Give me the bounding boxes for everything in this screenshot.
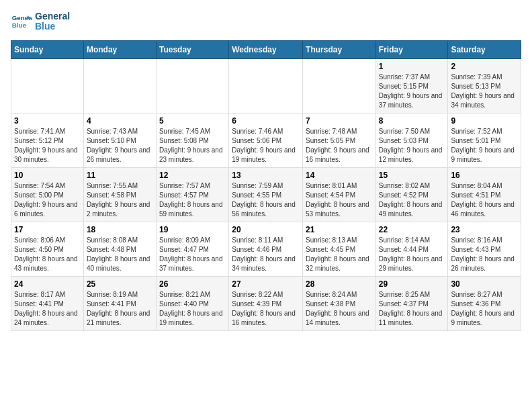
day-info: Sunrise: 8:02 AMSunset: 4:52 PMDaylight:… bbox=[379, 181, 445, 219]
day-info: Sunrise: 7:54 AMSunset: 5:00 PMDaylight:… bbox=[14, 181, 81, 219]
weekday-header: Tuesday bbox=[156, 41, 228, 59]
calendar-cell: 5Sunrise: 7:45 AMSunset: 5:08 PMDaylight… bbox=[156, 113, 228, 168]
day-number: 20 bbox=[232, 225, 300, 234]
svg-text:Blue: Blue bbox=[12, 21, 27, 29]
day-info: Sunrise: 7:48 AMSunset: 5:05 PMDaylight:… bbox=[306, 127, 373, 165]
calendar-cell bbox=[156, 59, 228, 113]
day-number: 2 bbox=[451, 62, 518, 71]
calendar-cell: 14Sunrise: 8:01 AMSunset: 4:54 PMDayligh… bbox=[303, 168, 376, 222]
calendar-cell: 7Sunrise: 7:48 AMSunset: 5:05 PMDaylight… bbox=[303, 113, 376, 168]
calendar-cell: 2Sunrise: 7:39 AMSunset: 5:13 PMDaylight… bbox=[448, 59, 521, 113]
logo-text-line2: Blue bbox=[35, 21, 70, 32]
day-number: 11 bbox=[87, 171, 153, 180]
weekday-header: Saturday bbox=[448, 41, 521, 59]
day-info: Sunrise: 7:37 AMSunset: 5:15 PMDaylight:… bbox=[379, 73, 445, 110]
calendar-cell: 20Sunrise: 8:11 AMSunset: 4:46 PMDayligh… bbox=[229, 222, 303, 277]
day-number: 30 bbox=[451, 279, 518, 289]
day-number: 14 bbox=[306, 171, 373, 180]
day-info: Sunrise: 7:57 AMSunset: 4:57 PMDaylight:… bbox=[159, 181, 226, 219]
logo: General Blue General Blue bbox=[11, 11, 70, 32]
day-info: Sunrise: 8:14 AMSunset: 4:44 PMDaylight:… bbox=[379, 236, 445, 273]
day-number: 3 bbox=[14, 116, 81, 126]
calendar-cell: 13Sunrise: 7:59 AMSunset: 4:55 PMDayligh… bbox=[229, 168, 303, 222]
day-info: Sunrise: 8:27 AMSunset: 4:36 PMDaylight:… bbox=[451, 290, 518, 328]
day-info: Sunrise: 7:50 AMSunset: 5:03 PMDaylight:… bbox=[379, 127, 445, 165]
day-number: 1 bbox=[379, 62, 445, 71]
calendar-cell: 8Sunrise: 7:50 AMSunset: 5:03 PMDaylight… bbox=[375, 113, 448, 168]
calendar-cell bbox=[11, 59, 84, 113]
day-info: Sunrise: 7:43 AMSunset: 5:10 PMDaylight:… bbox=[87, 127, 153, 165]
calendar-cell: 27Sunrise: 8:22 AMSunset: 4:39 PMDayligh… bbox=[229, 277, 303, 331]
day-info: Sunrise: 8:22 AMSunset: 4:39 PMDaylight:… bbox=[232, 290, 300, 328]
calendar-cell bbox=[303, 59, 376, 113]
calendar-cell: 18Sunrise: 8:08 AMSunset: 4:48 PMDayligh… bbox=[83, 222, 156, 277]
day-number: 24 bbox=[14, 279, 81, 289]
logo-icon: General Blue bbox=[11, 11, 32, 32]
day-number: 26 bbox=[159, 279, 226, 289]
day-number: 5 bbox=[159, 116, 226, 126]
calendar-cell: 30Sunrise: 8:27 AMSunset: 4:36 PMDayligh… bbox=[448, 277, 521, 331]
day-info: Sunrise: 8:08 AMSunset: 4:48 PMDaylight:… bbox=[87, 236, 153, 273]
day-info: Sunrise: 8:19 AMSunset: 4:41 PMDaylight:… bbox=[87, 290, 153, 328]
calendar-cell: 3Sunrise: 7:41 AMSunset: 5:12 PMDaylight… bbox=[11, 113, 84, 168]
calendar-cell bbox=[229, 59, 303, 113]
day-number: 10 bbox=[14, 171, 81, 180]
day-number: 21 bbox=[306, 225, 373, 234]
day-info: Sunrise: 8:06 AMSunset: 4:50 PMDaylight:… bbox=[14, 236, 81, 273]
day-number: 13 bbox=[232, 171, 300, 180]
calendar-cell: 9Sunrise: 7:52 AMSunset: 5:01 PMDaylight… bbox=[448, 113, 521, 168]
calendar-cell: 6Sunrise: 7:46 AMSunset: 5:06 PMDaylight… bbox=[229, 113, 303, 168]
logo-text-line1: General bbox=[35, 11, 70, 21]
day-info: Sunrise: 8:24 AMSunset: 4:38 PMDaylight:… bbox=[306, 290, 373, 328]
calendar-week-row: 24Sunrise: 8:17 AMSunset: 4:41 PMDayligh… bbox=[11, 277, 521, 331]
calendar-cell: 1Sunrise: 7:37 AMSunset: 5:15 PMDaylight… bbox=[375, 59, 448, 113]
calendar-cell: 25Sunrise: 8:19 AMSunset: 4:41 PMDayligh… bbox=[83, 277, 156, 331]
day-info: Sunrise: 7:45 AMSunset: 5:08 PMDaylight:… bbox=[159, 127, 226, 165]
calendar-week-row: 1Sunrise: 7:37 AMSunset: 5:15 PMDaylight… bbox=[11, 59, 521, 113]
day-info: Sunrise: 7:59 AMSunset: 4:55 PMDaylight:… bbox=[232, 181, 300, 219]
day-number: 9 bbox=[451, 116, 518, 126]
day-number: 25 bbox=[87, 279, 153, 289]
day-info: Sunrise: 8:01 AMSunset: 4:54 PMDaylight:… bbox=[306, 181, 373, 219]
calendar-table: SundayMondayTuesdayWednesdayThursdayFrid… bbox=[11, 40, 521, 331]
day-number: 19 bbox=[159, 225, 226, 234]
day-info: Sunrise: 7:39 AMSunset: 5:13 PMDaylight:… bbox=[451, 73, 518, 110]
calendar-cell: 19Sunrise: 8:09 AMSunset: 4:47 PMDayligh… bbox=[156, 222, 228, 277]
day-info: Sunrise: 8:11 AMSunset: 4:46 PMDaylight:… bbox=[232, 236, 300, 273]
calendar-week-row: 17Sunrise: 8:06 AMSunset: 4:50 PMDayligh… bbox=[11, 222, 521, 277]
day-number: 15 bbox=[379, 171, 445, 180]
weekday-header: Monday bbox=[83, 41, 156, 59]
day-number: 18 bbox=[87, 225, 153, 234]
calendar-cell: 24Sunrise: 8:17 AMSunset: 4:41 PMDayligh… bbox=[11, 277, 84, 331]
calendar-cell bbox=[83, 59, 156, 113]
day-info: Sunrise: 7:52 AMSunset: 5:01 PMDaylight:… bbox=[451, 127, 518, 165]
calendar-cell: 22Sunrise: 8:14 AMSunset: 4:44 PMDayligh… bbox=[375, 222, 448, 277]
calendar-cell: 10Sunrise: 7:54 AMSunset: 5:00 PMDayligh… bbox=[11, 168, 84, 222]
calendar-cell: 12Sunrise: 7:57 AMSunset: 4:57 PMDayligh… bbox=[156, 168, 228, 222]
day-info: Sunrise: 8:25 AMSunset: 4:37 PMDaylight:… bbox=[379, 290, 445, 328]
day-number: 29 bbox=[379, 279, 445, 289]
calendar-cell: 17Sunrise: 8:06 AMSunset: 4:50 PMDayligh… bbox=[11, 222, 84, 277]
weekday-header: Sunday bbox=[11, 41, 84, 59]
day-info: Sunrise: 8:17 AMSunset: 4:41 PMDaylight:… bbox=[14, 290, 81, 328]
day-number: 4 bbox=[87, 116, 153, 126]
calendar-cell: 4Sunrise: 7:43 AMSunset: 5:10 PMDaylight… bbox=[83, 113, 156, 168]
calendar-cell: 11Sunrise: 7:55 AMSunset: 4:58 PMDayligh… bbox=[83, 168, 156, 222]
day-number: 27 bbox=[232, 279, 300, 289]
calendar-cell: 26Sunrise: 8:21 AMSunset: 4:40 PMDayligh… bbox=[156, 277, 228, 331]
calendar-cell: 23Sunrise: 8:16 AMSunset: 4:43 PMDayligh… bbox=[448, 222, 521, 277]
day-info: Sunrise: 8:13 AMSunset: 4:45 PMDaylight:… bbox=[306, 236, 373, 273]
calendar-cell: 28Sunrise: 8:24 AMSunset: 4:38 PMDayligh… bbox=[303, 277, 376, 331]
calendar-cell: 21Sunrise: 8:13 AMSunset: 4:45 PMDayligh… bbox=[303, 222, 376, 277]
day-info: Sunrise: 7:41 AMSunset: 5:12 PMDaylight:… bbox=[14, 127, 81, 165]
calendar-week-row: 10Sunrise: 7:54 AMSunset: 5:00 PMDayligh… bbox=[11, 168, 521, 222]
day-number: 12 bbox=[159, 171, 226, 180]
calendar-header-row: SundayMondayTuesdayWednesdayThursdayFrid… bbox=[11, 41, 521, 59]
day-info: Sunrise: 7:46 AMSunset: 5:06 PMDaylight:… bbox=[232, 127, 300, 165]
day-info: Sunrise: 8:21 AMSunset: 4:40 PMDaylight:… bbox=[159, 290, 226, 328]
day-info: Sunrise: 7:55 AMSunset: 4:58 PMDaylight:… bbox=[87, 181, 153, 219]
weekday-header: Friday bbox=[375, 41, 448, 59]
day-number: 16 bbox=[451, 171, 518, 180]
day-info: Sunrise: 8:09 AMSunset: 4:47 PMDaylight:… bbox=[159, 236, 226, 273]
day-number: 6 bbox=[232, 116, 300, 126]
